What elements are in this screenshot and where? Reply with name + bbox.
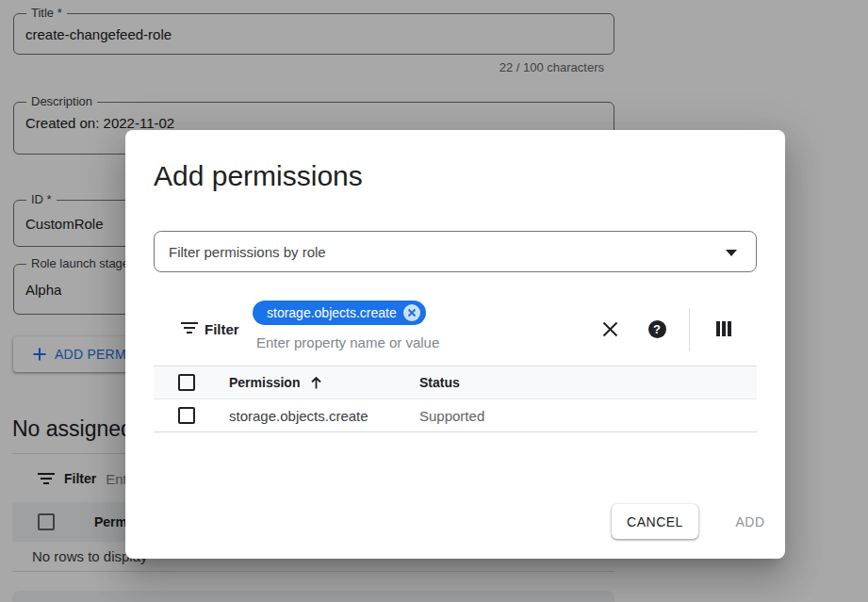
permissions-table-header: Permission Status bbox=[154, 366, 757, 399]
add-permissions-dialog: Add permissions Filter permissions by ro… bbox=[125, 130, 785, 559]
status-cell: Supported bbox=[419, 408, 484, 424]
permissions-table: Permission Status storage.objects.create… bbox=[154, 366, 757, 432]
chevron-down-icon bbox=[726, 250, 737, 256]
toolbar-divider bbox=[689, 308, 690, 351]
add-button[interactable]: ADD bbox=[722, 504, 778, 539]
row-checkbox[interactable] bbox=[178, 407, 195, 424]
clear-filters-button[interactable] bbox=[593, 312, 627, 346]
close-icon bbox=[602, 321, 618, 337]
filter-input-placeholder[interactable]: Enter property name or value bbox=[256, 334, 439, 350]
permission-column-header[interactable]: Permission bbox=[229, 375, 300, 390]
help-button[interactable]: ? bbox=[640, 312, 674, 346]
filter-chip-label: storage.objects.create bbox=[267, 305, 397, 320]
help-icon: ? bbox=[648, 320, 666, 338]
screen: Title * create-changefeed-role 22 / 100 … bbox=[0, 0, 868, 602]
filter-chip[interactable]: storage.objects.create bbox=[253, 301, 426, 325]
permissions-filter-toolbar: Filter storage.objects.create Enter prop… bbox=[154, 299, 757, 359]
role-select-placeholder: Filter permissions by role bbox=[169, 244, 326, 260]
filter-permissions-by-role-select[interactable]: Filter permissions by role bbox=[154, 231, 757, 272]
columns-icon bbox=[716, 321, 731, 336]
select-all-checkbox[interactable] bbox=[178, 374, 195, 391]
permission-cell: storage.objects.create bbox=[229, 408, 368, 424]
cancel-button[interactable]: CANCEL bbox=[612, 504, 698, 539]
table-row[interactable]: storage.objects.create Supported bbox=[154, 399, 757, 432]
filter-label: Filter bbox=[205, 321, 239, 337]
column-display-options-button[interactable] bbox=[707, 312, 741, 346]
chip-remove-icon[interactable] bbox=[403, 304, 420, 321]
sort-ascending-icon[interactable] bbox=[309, 376, 323, 390]
dialog-title: Add permissions bbox=[154, 160, 363, 192]
status-column-header[interactable]: Status bbox=[419, 375, 460, 390]
filter-icon bbox=[181, 322, 198, 334]
